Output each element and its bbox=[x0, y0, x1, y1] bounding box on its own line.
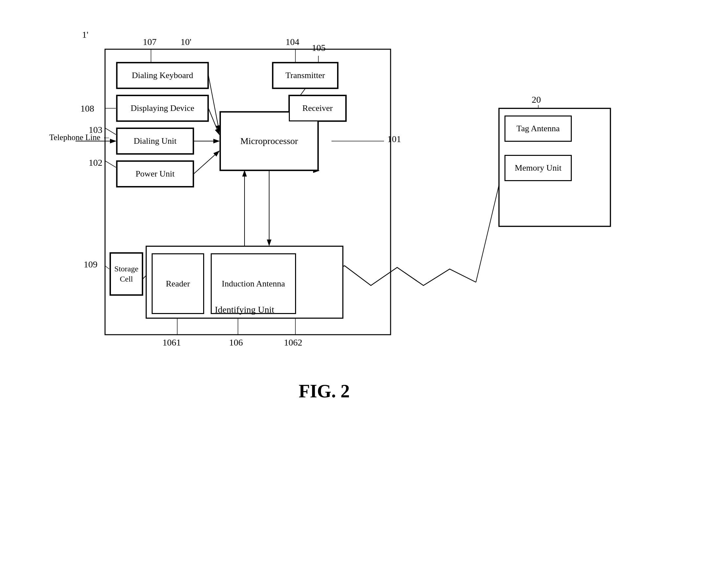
ref-101: 101 bbox=[387, 134, 401, 144]
ref-106: 106 bbox=[229, 337, 243, 348]
ref-105: 105 bbox=[312, 43, 325, 53]
ref-1061: 1061 bbox=[162, 337, 181, 348]
ref-10prime: 10' bbox=[181, 37, 191, 47]
svg-line-37 bbox=[105, 161, 116, 167]
ref-1062: 1062 bbox=[284, 337, 302, 348]
ref-104: 104 bbox=[285, 37, 299, 47]
svg-line-18 bbox=[208, 108, 219, 134]
transmitter-box: Transmitter bbox=[272, 62, 338, 89]
svg-line-24 bbox=[194, 151, 219, 174]
storage-cell-box: Storage Cell bbox=[110, 253, 143, 295]
ref-108: 108 bbox=[80, 103, 94, 114]
svg-line-17 bbox=[208, 76, 219, 131]
ref-109: 109 bbox=[84, 259, 97, 270]
ref-20: 20 bbox=[532, 94, 541, 105]
telephone-line-label: Telephone Line ← bbox=[49, 133, 111, 142]
ref-1prime: 1' bbox=[82, 30, 88, 40]
memory-unit-box: Memory Unit bbox=[505, 155, 572, 181]
ref-102: 102 bbox=[89, 158, 103, 168]
svg-line-38 bbox=[105, 266, 109, 269]
power-unit-box: Power Unit bbox=[117, 161, 194, 187]
figure-title: FIG. 2 bbox=[299, 381, 350, 402]
ref-107: 107 bbox=[143, 37, 157, 47]
identifying-unit-label: Identifying Unit bbox=[147, 304, 342, 315]
dialing-unit-box: Dialing Unit bbox=[117, 128, 194, 154]
tag-antenna-box: Tag Antenna bbox=[505, 116, 572, 142]
receiver-box: Receiver bbox=[289, 95, 346, 121]
displaying-device-box: Displaying Device bbox=[117, 95, 208, 121]
dialing-keyboard-box: Dialing Keyboard bbox=[117, 62, 208, 89]
